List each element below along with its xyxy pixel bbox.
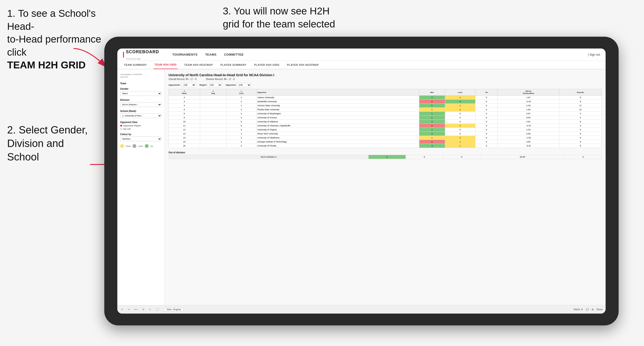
sub-nav-team-h2h-heatmap[interactable]: TEAM H2H HEATMAP xyxy=(183,61,214,69)
nav-bar: SCOREBOARD Powered by clippi TOURNAMENTS… xyxy=(117,48,606,61)
table-cell: -2.29 xyxy=(498,100,560,104)
table-cell: 17 xyxy=(559,104,602,108)
table-cell xyxy=(200,116,226,120)
table-cell: 1 xyxy=(445,144,475,148)
filters-row: Opponents: (All) Region (All) Opponent xyxy=(168,83,602,87)
out-of-division-body: NCAA Division II 1 0 0 26.00 3 xyxy=(169,155,602,159)
table-cell: 1 xyxy=(419,116,445,120)
opponent-view-section: Opponent View Opponents Played Top 100 xyxy=(120,121,162,130)
table-cell: 0 xyxy=(475,128,498,132)
team-label: Team xyxy=(120,82,162,85)
filter-opponents-select[interactable]: (All) xyxy=(182,83,196,87)
table-cell: Georgia Institute of Technology xyxy=(256,140,419,144)
sub-nav-team-h2h-grid[interactable]: TEAM H2H GRID xyxy=(154,61,178,69)
radio-opponents-played[interactable]: Opponents Played xyxy=(120,125,162,127)
table-cell xyxy=(200,128,226,132)
table-row: 32Vanderbilt University040-2.298 xyxy=(169,100,602,104)
table-cell: 1 xyxy=(445,124,475,128)
table-cell: 2 xyxy=(445,136,475,140)
out-of-division-row: NCAA Division II 1 0 0 26.00 3 xyxy=(169,155,602,159)
table-cell: 2 xyxy=(445,108,475,112)
table-cell: 5.56 xyxy=(498,132,560,136)
ood-rounds: 3 xyxy=(564,155,602,159)
main-area: University of North Carolina Head-to-Hea… xyxy=(165,69,606,305)
table-cell: Auburn University xyxy=(256,96,419,100)
table-cell: University of Virginia xyxy=(256,128,419,132)
last-updated-label: Last Updated: 27/03/2024 xyxy=(120,73,142,75)
gender-select[interactable]: Men's xyxy=(120,91,162,96)
redo-button[interactable]: ↪ xyxy=(127,308,130,311)
division-select[interactable]: NCAA Division I xyxy=(120,102,162,107)
table-cell: Vanderbilt University xyxy=(256,100,419,104)
tablet-screen: SCOREBOARD Powered by clippi TOURNAMENTS… xyxy=(117,48,606,314)
sign-out[interactable]: | Sign out xyxy=(588,53,600,56)
legend-up: Up xyxy=(150,145,153,147)
table-cell: 8 xyxy=(169,112,200,116)
table-cell: 2.33 xyxy=(498,128,560,132)
table-cell: University of Oklahoma xyxy=(256,136,419,140)
table-cell: 0 xyxy=(475,104,498,108)
annotation-3: 3. You will now see H2H grid for the tea… xyxy=(223,5,360,30)
table-cell: 12 xyxy=(169,128,200,132)
table-row: 116University of Arkansas, Fayetteville0… xyxy=(169,124,602,128)
table-body: 21Auburn University2101.67932Vanderbilt … xyxy=(169,96,602,148)
table-cell xyxy=(200,144,226,148)
ood-win: 1 xyxy=(368,155,406,159)
clock-button[interactable]: 🕐 xyxy=(155,308,160,311)
radio-dot-2 xyxy=(120,128,122,130)
left-panel: Last Updated: 27/03/2024 16:55:38 Team G… xyxy=(117,69,165,305)
ood-diff: 26.00 xyxy=(480,155,564,159)
table-cell: University of Florida xyxy=(256,144,419,148)
col-win: Win xyxy=(419,89,445,96)
table-cell: 0 xyxy=(475,140,498,144)
nav-teams[interactable]: TEAMS xyxy=(205,53,216,56)
table-cell: 1.83 xyxy=(498,108,560,112)
sub-nav-player-h2h-grid[interactable]: PLAYER H2H GRID xyxy=(253,61,280,69)
nav-committee[interactable]: COMMITTEE xyxy=(224,53,244,56)
radio-top-100[interactable]: Top 100 xyxy=(120,128,162,130)
division-section: Division NCAA Division I xyxy=(120,99,162,107)
table-cell: 3 xyxy=(419,144,445,148)
table-cell: 2 xyxy=(226,136,256,140)
table-cell: 2 xyxy=(226,108,256,112)
table-cell: -6.42 xyxy=(498,144,560,148)
table-cell: 16 xyxy=(169,144,200,148)
table-cell: 6 xyxy=(169,108,200,112)
ood-loss: 0 xyxy=(406,155,443,159)
sub-nav-player-h2h-heatmap[interactable]: PLAYER H2H HEATMAP xyxy=(286,61,320,69)
refresh-button[interactable]: ⟳ xyxy=(142,308,145,311)
table-cell: 4 xyxy=(169,104,200,108)
table-cell: 8 xyxy=(559,120,602,124)
table-cell xyxy=(200,112,226,116)
filter-opponent-label: Opponent xyxy=(226,84,236,86)
table-cell: 15 xyxy=(169,140,200,144)
opponent-view-label: Opponent View xyxy=(120,121,162,124)
crop-button[interactable]: ✂ xyxy=(148,308,152,311)
filter-opponent: Opponent (All) xyxy=(226,83,251,87)
col-rank: #Rank xyxy=(169,89,200,96)
legend-down: Down xyxy=(126,145,130,147)
undo-button[interactable]: ↩ xyxy=(120,308,124,311)
sub-nav-team-summary[interactable]: TEAM SUMMARY xyxy=(123,61,148,69)
table-cell: 3 xyxy=(226,144,256,148)
sub-nav-player-summary[interactable]: PLAYER SUMMARY xyxy=(220,61,248,69)
colour-select[interactable]: Win/loss xyxy=(120,137,162,141)
school-select[interactable]: 1. University of Nort... xyxy=(120,113,162,118)
color-legend: Down Level Up xyxy=(120,144,162,148)
watch-label[interactable]: Watch ▼ xyxy=(574,308,583,311)
nav-tournaments[interactable]: TOURNAMENTS xyxy=(172,53,198,56)
table-cell: 5 xyxy=(419,104,445,108)
filter-region-select[interactable]: (All) xyxy=(208,83,222,87)
share-label[interactable]: Share xyxy=(596,308,603,311)
view-original-button[interactable]: View: Original xyxy=(164,307,183,312)
table-cell: 1 xyxy=(445,140,475,144)
table-cell: 10 xyxy=(169,120,200,124)
table-cell: 0 xyxy=(445,116,475,120)
table-cell: 1 xyxy=(226,96,256,100)
filter-opponent-select[interactable]: (All) xyxy=(237,83,251,87)
table-cell xyxy=(200,100,226,104)
col-tie: Tie xyxy=(475,89,498,96)
table-cell: 4.50 xyxy=(498,140,560,144)
back-button[interactable]: ⟵ xyxy=(134,308,139,311)
table-cell: 1 xyxy=(226,104,256,108)
